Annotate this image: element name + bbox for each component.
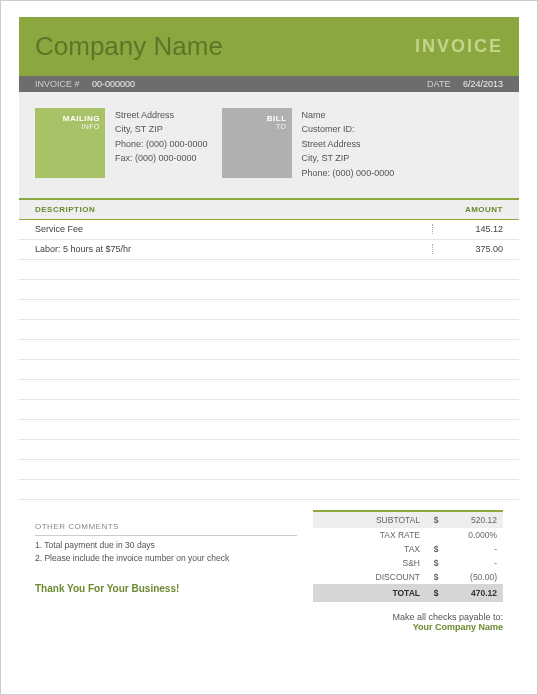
comments-title: OTHER COMMENTS: [35, 522, 297, 536]
cell-amount: 375.00: [433, 244, 503, 254]
text-line: Customer ID:: [302, 122, 395, 136]
bill-block: BILL TO NameCustomer ID:Street AddressCi…: [222, 108, 395, 180]
text-line: Name: [302, 108, 395, 122]
table-row: [19, 340, 519, 360]
text-line: Phone: (000) 000-0000: [302, 166, 395, 180]
table-row: Labor: 5 hours at $75/hr375.00: [19, 240, 519, 260]
text-line: Fax: (000) 000-0000: [115, 151, 208, 165]
totals-label: TAX RATE: [319, 530, 430, 540]
table-row: [19, 480, 519, 500]
invoice-header: Company Name INVOICE: [19, 17, 519, 76]
table-row: [19, 400, 519, 420]
totals-row: DISCOUNT$(50.00): [313, 570, 503, 584]
table-row: [19, 360, 519, 380]
totals-section: SUBTOTAL$520.12TAX RATE0.000%TAX$-S&H$-D…: [313, 510, 503, 632]
date-label: DATE: [427, 79, 450, 89]
text-line: Street Address: [302, 137, 395, 151]
totals-label: S&H: [319, 558, 430, 568]
text-line: Street Address: [115, 108, 208, 122]
bill-label: BILL: [267, 114, 287, 123]
table-row: [19, 460, 519, 480]
cell-description: Service Fee: [35, 224, 433, 234]
totals-value: -: [442, 544, 497, 554]
payable-note: Make all checks payable to:Your Company …: [313, 612, 503, 632]
totals-currency: $: [430, 544, 442, 554]
col-description: DESCRIPTION: [35, 205, 433, 214]
text-line: Phone: (000) 000-0000: [115, 137, 208, 151]
totals-value: 470.12: [442, 588, 497, 598]
totals-label: TOTAL: [319, 588, 430, 598]
payable-company: Your Company Name: [313, 622, 503, 632]
line-items-table: DESCRIPTION AMOUNT Service Fee145.12Labo…: [19, 198, 519, 500]
totals-row: SUBTOTAL$520.12: [313, 510, 503, 528]
mailing-sub: INFO: [81, 123, 100, 130]
totals-value: (50.00): [442, 572, 497, 582]
totals-row: TAX RATE0.000%: [313, 528, 503, 542]
thank-you: Thank You For Your Business!: [35, 583, 297, 594]
cell-amount: 145.12: [433, 224, 503, 234]
text-line: City, ST ZIP: [115, 122, 208, 136]
bill-sub: TO: [276, 123, 287, 130]
totals-value: -: [442, 558, 497, 568]
mailing-block: MAILING INFO Street AddressCity, ST ZIPP…: [35, 108, 208, 180]
table-row: [19, 260, 519, 280]
mailing-label: MAILING: [63, 114, 100, 123]
totals-value: 520.12: [442, 515, 497, 525]
totals-label: DISCOUNT: [319, 572, 430, 582]
mailing-box: MAILING INFO: [35, 108, 105, 178]
text-line: 1. Total payment due in 30 days: [35, 540, 297, 550]
comments-lines: 1. Total payment due in 30 days2. Please…: [35, 540, 297, 563]
table-row: [19, 440, 519, 460]
table-row: [19, 300, 519, 320]
totals-row: S&H$-: [313, 556, 503, 570]
totals-currency: $: [430, 558, 442, 568]
totals-label: SUBTOTAL: [319, 515, 430, 525]
text-line: 2. Please include the invoice number on …: [35, 553, 297, 563]
invoice-meta-bar: INVOICE # 00-000000 DATE 6/24/2013: [19, 76, 519, 92]
company-name: Company Name: [35, 31, 223, 62]
mailing-details: Street AddressCity, ST ZIPPhone: (000) 0…: [115, 108, 208, 180]
totals-currency: $: [430, 572, 442, 582]
table-rows: Service Fee145.12Labor: 5 hours at $75/h…: [19, 220, 519, 500]
totals-currency: $: [430, 588, 442, 598]
col-amount: AMOUNT: [433, 205, 503, 214]
payable-text: Make all checks payable to:: [313, 612, 503, 622]
totals-value: 0.000%: [442, 530, 497, 540]
totals-row: TOTAL$470.12: [313, 584, 503, 602]
invoice-num: 00-000000: [92, 79, 135, 89]
table-row: [19, 380, 519, 400]
table-row: [19, 320, 519, 340]
invoice-title: INVOICE: [415, 36, 503, 57]
info-area: MAILING INFO Street AddressCity, ST ZIPP…: [19, 92, 519, 198]
invoice-num-label: INVOICE #: [35, 79, 80, 89]
table-row: [19, 280, 519, 300]
bill-box: BILL TO: [222, 108, 292, 178]
text-line: City, ST ZIP: [302, 151, 395, 165]
comments-section: OTHER COMMENTS 1. Total payment due in 3…: [35, 510, 297, 632]
totals-row: TAX$-: [313, 542, 503, 556]
footer-area: OTHER COMMENTS 1. Total payment due in 3…: [19, 500, 519, 642]
totals-label: TAX: [319, 544, 430, 554]
cell-description: Labor: 5 hours at $75/hr: [35, 244, 433, 254]
table-row: Service Fee145.12: [19, 220, 519, 240]
table-row: [19, 420, 519, 440]
totals-currency: $: [430, 515, 442, 525]
invoice-date: 6/24/2013: [463, 79, 503, 89]
bill-details: NameCustomer ID:Street AddressCity, ST Z…: [302, 108, 395, 180]
